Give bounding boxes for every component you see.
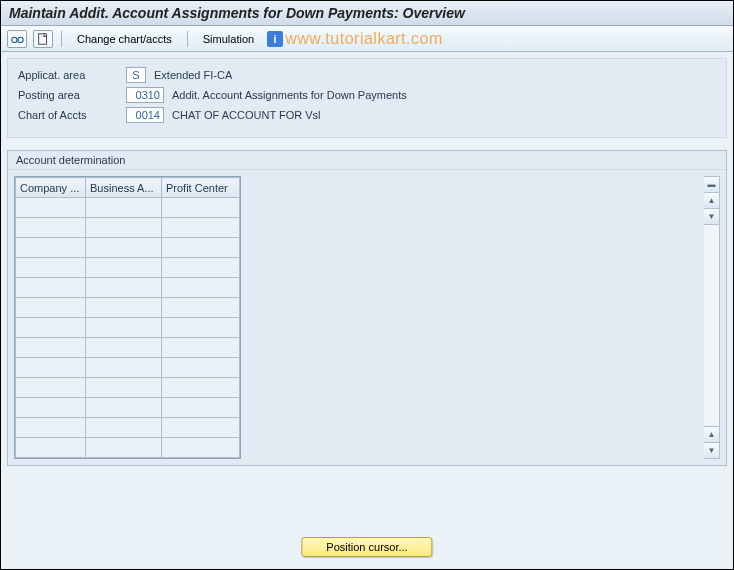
account-determination-title: Account determination — [8, 151, 726, 170]
table-cell[interactable] — [86, 378, 162, 398]
col-profit-center[interactable]: Profit Center — [162, 178, 240, 198]
table-cell[interactable] — [16, 438, 86, 458]
table-cell[interactable] — [86, 358, 162, 378]
svg-point-0 — [12, 37, 17, 42]
scroll-up-icon[interactable]: ▲ — [704, 193, 719, 209]
table-cell[interactable] — [162, 318, 240, 338]
col-company[interactable]: Company ... — [16, 178, 86, 198]
account-determination-panel: Account determination Company ... Busine… — [7, 150, 727, 466]
table-cell[interactable] — [86, 218, 162, 238]
table-cell[interactable] — [162, 298, 240, 318]
table-cell[interactable] — [16, 258, 86, 278]
posting-area-desc: Addit. Account Assignments for Down Paym… — [172, 89, 407, 101]
table-cell[interactable] — [86, 418, 162, 438]
position-cursor-button[interactable]: Position cursor... — [301, 537, 432, 557]
table-cell[interactable] — [162, 438, 240, 458]
info-panel: Applicat. area Extended FI-CA Posting ar… — [7, 58, 727, 138]
table-cell[interactable] — [16, 218, 86, 238]
table-row[interactable] — [16, 418, 240, 438]
change-chart-button[interactable]: Change chart/accts — [70, 30, 179, 48]
info-row-applicat-area: Applicat. area Extended FI-CA — [18, 67, 716, 83]
svg-point-1 — [18, 37, 23, 42]
svg-rect-2 — [39, 33, 47, 44]
content-area: Applicat. area Extended FI-CA Posting ar… — [1, 52, 733, 570]
table-cell[interactable] — [16, 338, 86, 358]
table-cell[interactable] — [86, 398, 162, 418]
table-cell[interactable] — [16, 398, 86, 418]
simulation-button[interactable]: Simulation — [196, 30, 261, 48]
table-row[interactable] — [16, 318, 240, 338]
scroll-thumb-icon[interactable]: ▬ — [704, 177, 719, 193]
table-cell[interactable] — [162, 278, 240, 298]
table-cell[interactable] — [162, 358, 240, 378]
account-table[interactable]: Company ... Business A... Profit Center — [15, 177, 240, 458]
table-cell[interactable] — [16, 318, 86, 338]
table-cell[interactable] — [16, 298, 86, 318]
glasses-icon[interactable] — [7, 30, 27, 48]
table-cell[interactable] — [86, 198, 162, 218]
info-row-posting-area: Posting area Addit. Account Assignments … — [18, 87, 716, 103]
table-cell[interactable] — [86, 278, 162, 298]
table-cell[interactable] — [162, 238, 240, 258]
table-row[interactable] — [16, 218, 240, 238]
table-row[interactable] — [16, 358, 240, 378]
table-row[interactable] — [16, 438, 240, 458]
vertical-scrollbar[interactable]: ▬ ▲ ▼ ▲ ▼ — [704, 176, 720, 459]
toolbar-separator — [187, 31, 188, 47]
col-business-area[interactable]: Business A... — [86, 178, 162, 198]
chart-of-accts-desc: CHAT OF ACCOUNT FOR Vsl — [172, 109, 321, 121]
table-cell[interactable] — [16, 418, 86, 438]
scroll-down-bottom-icon[interactable]: ▼ — [704, 442, 719, 458]
table-cell[interactable] — [86, 338, 162, 358]
table-cell[interactable] — [16, 278, 86, 298]
table-cell[interactable] — [162, 338, 240, 358]
table-cell[interactable] — [86, 238, 162, 258]
info-row-chart-of-accts: Chart of Accts CHAT OF ACCOUNT FOR Vsl — [18, 107, 716, 123]
posting-area-field[interactable] — [126, 87, 164, 103]
table-row[interactable] — [16, 278, 240, 298]
table-row[interactable] — [16, 238, 240, 258]
table-row[interactable] — [16, 298, 240, 318]
table-cell[interactable] — [16, 378, 86, 398]
applicat-area-label: Applicat. area — [18, 69, 118, 81]
table-cell[interactable] — [162, 198, 240, 218]
table-row[interactable] — [16, 378, 240, 398]
table-row[interactable] — [16, 398, 240, 418]
table-header-row: Company ... Business A... Profit Center — [16, 178, 240, 198]
table-cell[interactable] — [86, 438, 162, 458]
applicat-area-field[interactable] — [126, 67, 146, 83]
watermark-text: www.tutorialkart.com — [285, 30, 443, 48]
table-cell[interactable] — [16, 358, 86, 378]
new-page-icon[interactable] — [33, 30, 53, 48]
table-row[interactable] — [16, 198, 240, 218]
table-cell[interactable] — [16, 198, 86, 218]
scroll-up-bottom-icon[interactable]: ▲ — [704, 426, 719, 442]
toolbar-separator — [61, 31, 62, 47]
table-row[interactable] — [16, 258, 240, 278]
window-title: Maintain Addit. Account Assignments for … — [1, 1, 733, 26]
info-icon[interactable]: i — [267, 31, 283, 47]
scroll-track[interactable] — [704, 225, 719, 426]
table-cell[interactable] — [86, 318, 162, 338]
table-cell[interactable] — [86, 298, 162, 318]
table-row[interactable] — [16, 338, 240, 358]
account-determination-body: Company ... Business A... Profit Center … — [8, 170, 726, 465]
scroll-down-icon[interactable]: ▼ — [704, 209, 719, 225]
chart-of-accts-label: Chart of Accts — [18, 109, 118, 121]
table-cell[interactable] — [162, 378, 240, 398]
table-cell[interactable] — [162, 398, 240, 418]
window-title-text: Maintain Addit. Account Assignments for … — [9, 5, 465, 21]
table-cell[interactable] — [86, 258, 162, 278]
table-cell[interactable] — [162, 218, 240, 238]
table-cell[interactable] — [162, 258, 240, 278]
account-table-wrap: Company ... Business A... Profit Center — [14, 176, 241, 459]
toolbar: Change chart/accts Simulation i www.tuto… — [1, 26, 733, 52]
applicat-area-desc: Extended FI-CA — [154, 69, 232, 81]
table-cell[interactable] — [16, 238, 86, 258]
chart-of-accts-field[interactable] — [126, 107, 164, 123]
table-cell[interactable] — [162, 418, 240, 438]
posting-area-label: Posting area — [18, 89, 118, 101]
